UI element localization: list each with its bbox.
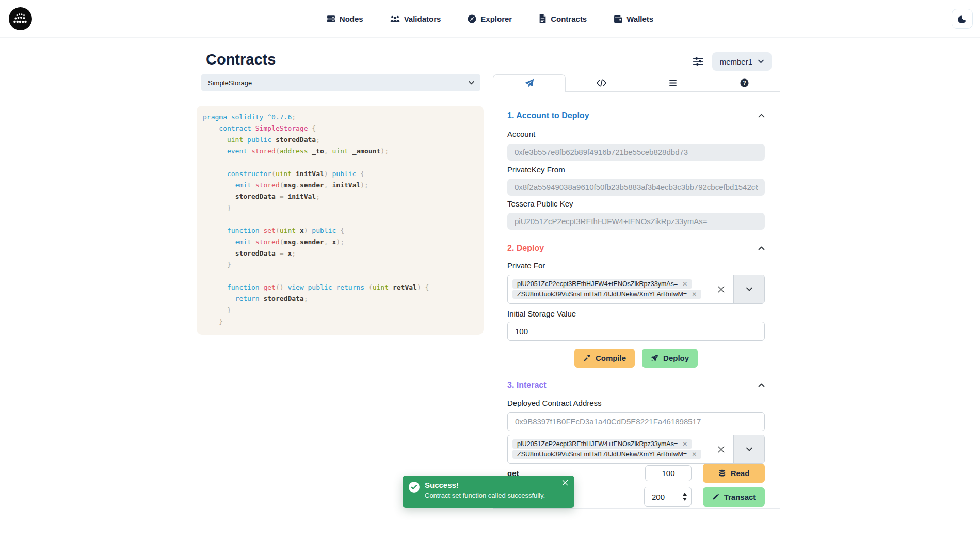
chevron-up-icon[interactable]	[758, 383, 765, 387]
compile-label: Compile	[596, 354, 626, 362]
deploy-actions: Compile Deploy	[507, 349, 765, 368]
get-result-input[interactable]	[645, 465, 692, 481]
chip-list: piU2051ZcP2ecpt3REthHJFW4+tENOsZikRpz33y…	[508, 278, 709, 300]
wallet-icon	[614, 15, 622, 23]
code-editor: pragma solidity ^0.7.6; contract SimpleS…	[197, 106, 484, 335]
contract-editor-column: SimpleStorage pragma solidity ^0.7.6; co…	[197, 74, 484, 335]
tab-source[interactable]	[566, 74, 637, 91]
set-value-stepper	[644, 487, 692, 507]
dark-mode-toggle[interactable]	[952, 9, 973, 29]
nav-item-wallets[interactable]: Wallets	[614, 14, 653, 23]
toast-close-icon[interactable]	[562, 480, 568, 486]
clear-all-icon[interactable]	[709, 446, 733, 453]
check-circle-icon	[409, 482, 420, 493]
private-for-multiselect[interactable]: piU2051ZcP2ecpt3REthHJFW4+tENOsZikRpz33y…	[507, 275, 765, 304]
tessera-key-label: Tessera Public Key	[507, 199, 765, 209]
code-line: storedData = initVal;	[203, 191, 476, 202]
tab-deploy[interactable]	[493, 74, 566, 92]
read-label: Read	[731, 469, 750, 478]
chip-remove-icon[interactable]: ✕	[682, 280, 687, 288]
section-title: 1. Account to Deploy	[507, 111, 589, 120]
chip-remove-icon[interactable]: ✕	[692, 451, 697, 458]
code-line: uint public storedData;	[203, 134, 476, 146]
code-line: emit stored(msg.sender, x);	[203, 236, 476, 248]
panel-tabbar: ?	[493, 74, 780, 92]
page-title: Contracts	[206, 51, 276, 68]
code-line: return storedData;	[203, 293, 476, 305]
private-for-chip: piU2051ZcP2ecpt3REthHJFW4+tENOsZikRpz33y…	[512, 279, 692, 289]
chip-label: piU2051ZcP2ecpt3REthHJFW4+tENOsZikRpz33y…	[517, 280, 678, 288]
private-for-chip: ZSU8mUuok39VuSnsFmHal178JdUNekw/XmYLArRn…	[512, 450, 701, 459]
read-button[interactable]: Read	[703, 464, 765, 483]
step-down-icon[interactable]	[683, 498, 687, 501]
nav-item-contracts[interactable]: Contracts	[539, 14, 587, 23]
toast-content: Success! Contract set function called su…	[425, 481, 545, 502]
account-label: Account	[507, 130, 765, 139]
transact-button[interactable]: Transact	[703, 487, 765, 507]
top-navbar: Nodes Validators Explorer Con	[0, 0, 980, 38]
deploy-label: Deploy	[663, 354, 689, 362]
member-select-value: member1	[720, 57, 752, 66]
step-up-icon[interactable]	[683, 493, 687, 496]
contracts-page: { "colors": { "nav_text": "#1d2b45", "se…	[0, 0, 980, 538]
section-title: 2. Deploy	[507, 244, 544, 253]
nav-item-validators[interactable]: Validators	[390, 14, 441, 23]
code-line: function get() view public returns (uint…	[203, 282, 476, 293]
clear-all-icon[interactable]	[709, 286, 733, 293]
code-line	[203, 157, 476, 168]
code-icon	[596, 79, 607, 87]
chip-list: piU2051ZcP2ecpt3REthHJFW4+tENOsZikRpz33y…	[508, 438, 709, 461]
code-line: storedData = x;	[203, 248, 476, 259]
private-for-label: Private For	[507, 261, 765, 271]
member-select-button[interactable]: member1	[712, 52, 772, 71]
chevron-down-icon[interactable]	[733, 435, 764, 463]
code-line: event stored(address _to, uint _amount);	[203, 146, 476, 157]
nav-item-explorer[interactable]: Explorer	[468, 14, 512, 23]
tab-help[interactable]: ?	[709, 74, 780, 91]
chip-remove-icon[interactable]: ✕	[682, 440, 687, 448]
chevron-down-icon[interactable]	[733, 275, 764, 303]
nav-label: Validators	[404, 14, 441, 23]
section-title: 3. Interact	[507, 381, 547, 390]
contract-address-input[interactable]	[507, 412, 765, 431]
filter-sliders-icon[interactable]	[693, 56, 704, 67]
code-line: emit stored(msg.sender, initVal);	[203, 180, 476, 191]
interact-private-for-multiselect[interactable]: piU2051ZcP2ecpt3REthHJFW4+tENOsZikRpz33y…	[507, 435, 765, 464]
code-line: }	[203, 259, 476, 271]
deploy-button[interactable]: Deploy	[642, 349, 698, 368]
chevron-up-icon[interactable]	[758, 114, 765, 118]
set-value-input[interactable]	[645, 487, 678, 506]
compile-button[interactable]: Compile	[574, 349, 635, 368]
code-line	[203, 214, 476, 225]
chip-label: piU2051ZcP2ecpt3REthHJFW4+tENOsZikRpz33y…	[517, 440, 678, 448]
tab-details[interactable]	[637, 74, 709, 91]
initial-storage-label: Initial Storage Value	[507, 309, 765, 319]
users-icon	[390, 14, 400, 23]
nav-label: Contracts	[551, 14, 587, 23]
chevron-down-icon	[758, 59, 764, 64]
code-line: }	[203, 202, 476, 214]
privatekey-field[interactable]	[507, 179, 765, 196]
chip-remove-icon[interactable]: ✕	[692, 291, 697, 298]
contract-select[interactable]: SimpleStorage	[201, 74, 480, 91]
compass-icon	[468, 14, 476, 23]
code-line: }	[203, 316, 476, 327]
nav-menu: Nodes Validators Explorer Con	[0, 0, 980, 38]
private-for-chip: ZSU8mUuok39VuSnsFmHal178JdUNekw/XmYLArRn…	[512, 290, 701, 299]
nav-label: Nodes	[340, 14, 363, 23]
database-icon	[718, 469, 726, 477]
initial-storage-input[interactable]	[507, 322, 765, 341]
contract-select-value: SimpleStorage	[208, 79, 252, 87]
private-for-chip: piU2051ZcP2ecpt3REthHJFW4+tENOsZikRpz33y…	[512, 439, 692, 449]
toast-title: Success!	[425, 481, 545, 489]
code-line: contract SimpleStorage {	[203, 123, 476, 134]
nav-label: Explorer	[480, 14, 512, 23]
chevron-up-icon[interactable]	[758, 246, 765, 250]
section-deploy-header: 2. Deploy	[507, 243, 765, 254]
stepper-arrows[interactable]	[678, 487, 691, 506]
nav-item-nodes[interactable]: Nodes	[327, 14, 363, 23]
code-line: constructor(uint initVal) public {	[203, 168, 476, 180]
tessera-key-field[interactable]	[507, 213, 765, 230]
account-field[interactable]	[507, 144, 765, 161]
server-icon	[327, 14, 335, 23]
